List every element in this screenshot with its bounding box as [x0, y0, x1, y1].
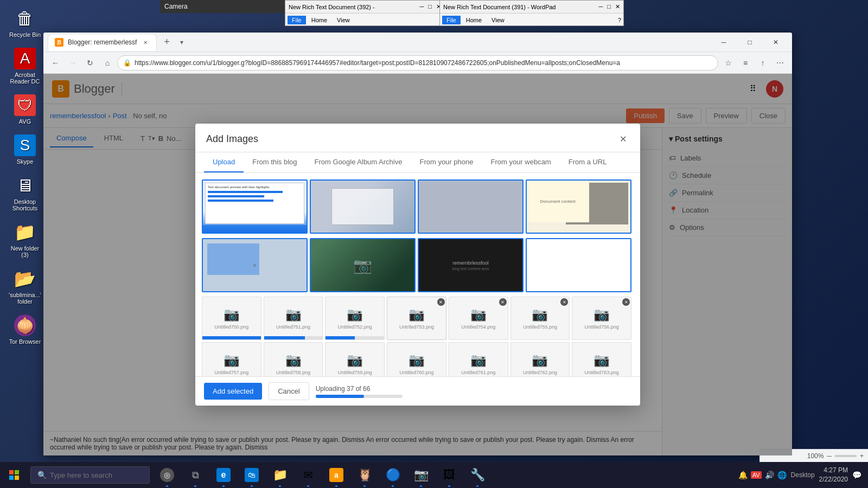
thumb-752-name: Untitled752.png [337, 324, 373, 330]
large-image-7[interactable]: remembrlessfool blog text content area [418, 238, 524, 292]
taskbar-store-btn[interactable]: 🛍 [239, 463, 265, 487]
desktop-icon-acrobat[interactable]: A Acrobat Reader DC [5, 46, 44, 87]
progress-bar-750 [202, 336, 261, 339]
desktop-icon-recycle-bin[interactable]: 🗑 Recycle Bin [5, 5, 44, 40]
notification-icon[interactable]: 🔔 [738, 471, 748, 479]
thumb-758[interactable]: 📷 Untitled758.png [264, 342, 323, 376]
wordpad2-view-tab[interactable]: View [487, 16, 509, 24]
taskbar-photos-btn[interactable]: 🖼 [436, 463, 462, 487]
cancel-btn[interactable]: Cancel [269, 382, 309, 400]
home-btn[interactable]: ⌂ [100, 55, 115, 70]
modal-tab-webcam[interactable]: From your webcam [482, 152, 559, 172]
browser-maximize-btn[interactable]: □ [738, 34, 762, 51]
refresh-btn[interactable]: ↻ [82, 55, 98, 70]
tab-add-btn[interactable]: + [159, 35, 174, 50]
taskbar-extra-btn[interactable]: 🔧 [464, 463, 490, 487]
wordpad1-max-icon[interactable]: □ [428, 3, 432, 10]
desktop-icon-new-folder[interactable]: 📁 New folder (3) [5, 219, 44, 260]
taskbar-task-view-btn[interactable]: ⧉ [182, 463, 208, 487]
wordpad2-help-icon[interactable]: ? [618, 17, 621, 23]
taskbar-vpn-btn[interactable]: 🔵 [380, 463, 406, 487]
bookmark-btn[interactable]: ☆ [720, 55, 736, 70]
action-center-icon[interactable]: 💬 [852, 471, 861, 479]
wordpad2-home-tab[interactable]: Home [462, 16, 486, 24]
browser-close-btn[interactable]: ✕ [764, 34, 788, 51]
wordpad2-ribbon: New Rich Text Document (391) - WordPad ─… [439, 0, 624, 26]
desktop-icon-desktop-shortcuts[interactable]: 🖥 Desktop Shortcuts [5, 172, 44, 214]
wordpad1-view-tab[interactable]: View [333, 16, 354, 24]
wordpad2-min-icon[interactable]: ─ [599, 3, 603, 10]
desktop-icon-tor-browser[interactable]: 🧅 Tor Browser [5, 312, 44, 347]
thumb-751[interactable]: 📷 Untitled751.png [264, 297, 323, 340]
desktop-icon-subliminal-folder[interactable]: 📂 'sublimina...' folder [5, 266, 44, 307]
taskbar-camera-btn[interactable]: 📷 [408, 463, 434, 487]
thumb-754-close-btn[interactable]: ✕ [499, 298, 507, 306]
browser-minimize-btn[interactable]: ─ [712, 34, 736, 51]
thumb-756[interactable]: ✕ 📷 Untitled756.png [572, 297, 631, 340]
wordpad1-min-icon[interactable]: ─ [420, 3, 424, 10]
desktop-icon-skype[interactable]: S Skype [5, 132, 44, 167]
thumb-755[interactable]: ✕ 📷 Untitled755.png [510, 297, 570, 340]
wordpad2-x-icon[interactable]: ✕ [615, 3, 620, 10]
thumb-755-close-btn[interactable]: ✕ [560, 298, 568, 306]
reader-btn[interactable]: ≡ [738, 55, 753, 70]
thumb-763[interactable]: 📷 Untitled763.png [572, 342, 631, 376]
thumb-760[interactable]: 📷 Untitled760.png [387, 342, 446, 376]
modal-tab-google-album[interactable]: From Google Album Archive [306, 152, 411, 172]
thumb-756-close-btn[interactable]: ✕ [622, 298, 630, 306]
large-image-2[interactable] [310, 179, 416, 234]
forward-btn[interactable]: → [65, 55, 80, 70]
browser-tab[interactable]: B Blogger: rememberlessf ✕ [48, 34, 157, 51]
volume-icon[interactable]: 🔊 [765, 471, 774, 479]
thumb-753[interactable]: ✕ 📷 Untrtled753.png [387, 297, 446, 340]
wordpad2-max-icon[interactable]: □ [607, 3, 611, 10]
large-image-5[interactable]: X [202, 238, 308, 292]
modal-close-btn[interactable]: ✕ [616, 132, 629, 145]
taskbar-edge-btn[interactable]: e [210, 463, 237, 487]
taskbar-search-box[interactable]: 🔍 [30, 466, 150, 484]
start-btn[interactable] [0, 462, 28, 488]
desktop-icon-avg[interactable]: 🛡 AVG [5, 92, 44, 127]
search-input[interactable] [50, 471, 137, 479]
wordpad2-file-tab[interactable]: File [442, 16, 461, 24]
modal-tab-url[interactable]: From a URL [560, 152, 616, 172]
taskbar-cortana-btn[interactable]: ◎ [154, 463, 180, 487]
add-selected-btn[interactable]: Add selected [204, 383, 262, 400]
large-image-8[interactable] [526, 238, 631, 292]
modal-tab-phone[interactable]: From your phone [411, 152, 482, 172]
thumb-759[interactable]: 📷 Untitled759.png [325, 342, 385, 376]
large-image-6[interactable]: 📷 [310, 238, 416, 292]
zoom-out-btn[interactable]: ─ [827, 452, 832, 460]
tab-menu-btn[interactable]: ▾ [176, 37, 187, 48]
thumb-750[interactable]: 📷 Untitled750.png [202, 297, 261, 340]
taskbar-amazon-btn[interactable]: a [323, 463, 349, 487]
back-btn[interactable]: ← [48, 55, 63, 70]
taskbar-mail-btn[interactable]: ✉ [295, 463, 321, 487]
taskbar-explorer-btn[interactable]: 📁 [267, 463, 293, 487]
network-icon[interactable]: 🌐 [777, 471, 787, 479]
camera-icon-751: 📷 [285, 307, 302, 322]
menu-btn[interactable]: ⋯ [773, 55, 788, 70]
thumb-753-close-btn[interactable]: ✕ [437, 298, 445, 306]
large-image-4[interactable]: Document content [526, 179, 631, 234]
large-image-1[interactable]: Text document preview with blue highligh… [202, 179, 308, 234]
share-btn[interactable]: ↑ [755, 55, 770, 70]
taskbar-tripadvisor-btn[interactable]: 🦉 [352, 463, 378, 487]
tab-close-btn[interactable]: ✕ [141, 38, 150, 47]
modal-tab-upload[interactable]: Upload [204, 152, 244, 172]
antivirus-tray-icon[interactable]: AV [751, 471, 762, 479]
thumb-754[interactable]: ✕ 📷 Untitled754.png [449, 297, 508, 340]
zoom-in-btn[interactable]: + [860, 452, 864, 460]
system-tray: 🔔 AV 🔊 🌐 [738, 471, 787, 479]
thumb-761[interactable]: 📷 Untitled761.png [449, 342, 508, 376]
modal-tab-this-blog[interactable]: From this blog [244, 152, 305, 172]
wordpad1-home-tab[interactable]: Home [307, 16, 331, 24]
extra-icon: 🔧 [470, 468, 485, 482]
large-image-3[interactable] [418, 179, 524, 234]
thumb-762[interactable]: 📷 Untitled762.png [510, 342, 570, 376]
thumb-752[interactable]: 📷 Untitled752.png [325, 297, 385, 340]
thumb-757[interactable]: 📷 Untitled757.png [202, 342, 261, 376]
wordpad1-file-tab[interactable]: File [288, 16, 306, 24]
zoom-slider[interactable] [835, 455, 857, 457]
address-bar[interactable]: 🔒 https://www.blogger.com/u/1/blogger.g?… [117, 55, 718, 70]
